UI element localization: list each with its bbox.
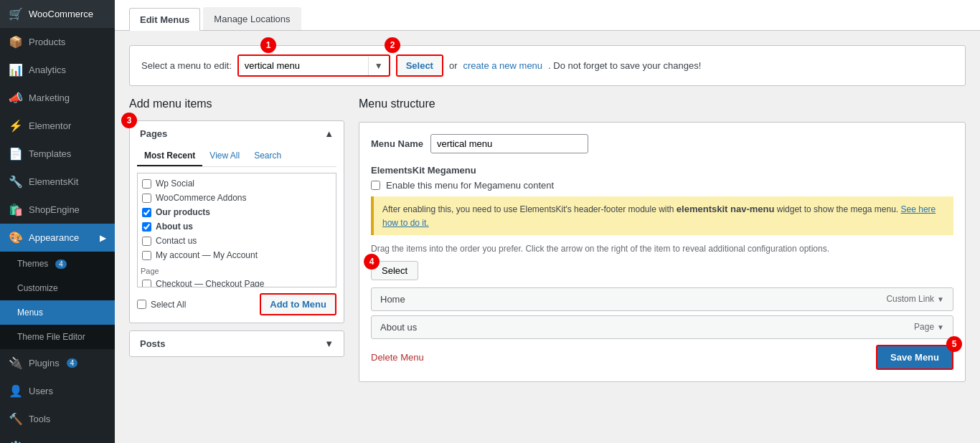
sidebar-item-products[interactable]: 📦 Products	[0, 28, 115, 56]
left-column: Add menu items 3 Pages ▲ Most Recent Vie…	[129, 97, 344, 429]
sidebar-item-label: Theme File Editor	[17, 332, 85, 342]
sidebar-item-label: Tools	[29, 414, 50, 424]
page-type-label: Page	[141, 265, 333, 277]
checkout-label[interactable]: Checkout — Checkout Page	[156, 279, 264, 287]
elementor-icon: ⚡	[9, 119, 23, 133]
megamenu-link[interactable]: See here how to do it.	[382, 204, 936, 228]
plugins-badge: 4	[67, 358, 78, 368]
menu-item-home-chevron[interactable]: ▼	[937, 295, 944, 303]
sidebar-item-plugins[interactable]: 🔌 Plugins 4	[0, 349, 115, 377]
menu-item-home-type: Custom Link ▼	[886, 294, 944, 304]
tab-edit-menus[interactable]: Edit Menus	[129, 8, 200, 31]
menu-structure-box: Menu Name ElementsKit Megamenu Enable th…	[359, 122, 966, 382]
pages-label: Pages	[140, 128, 167, 139]
menu-item-home-inner: Home Custom Link ▼	[372, 288, 953, 310]
annot-4-wrapper: 4 Select	[371, 261, 418, 280]
select-all-row: Select All Add to Menu	[137, 293, 336, 315]
wp-social-label[interactable]: Wp Social	[156, 178, 194, 189]
sidebar-item-menus[interactable]: Menus	[0, 300, 115, 325]
woo-addons-checkbox[interactable]	[142, 194, 151, 203]
megamenu-label: ElementsKit Megamenu	[371, 165, 476, 176]
contact-us-label[interactable]: Contact us	[156, 236, 197, 246]
checkout-checkbox[interactable]	[142, 280, 151, 288]
menu-select[interactable]: vertical menu	[239, 56, 368, 75]
sidebar-item-woocommerce[interactable]: 🛒 WooCommerce	[0, 0, 115, 28]
pages-accordion-header[interactable]: Pages ▲	[130, 121, 344, 146]
menu-item-home-label: Home	[380, 294, 405, 305]
our-products-label[interactable]: Our products	[156, 207, 210, 217]
sidebar-item-label: Customize	[17, 283, 58, 293]
menu-item-home: Home Custom Link ▼	[371, 287, 953, 311]
posts-accordion: Posts ▼	[129, 330, 344, 357]
sidebar-item-settings[interactable]: ⚙️ Settings	[0, 433, 115, 443]
delete-menu-link[interactable]: Delete Menu	[371, 352, 424, 363]
list-item: About us	[141, 219, 333, 234]
save-menu-wrapper: 5 Save Menu	[876, 345, 953, 370]
megamenu-enable-label[interactable]: Enable this menu for Megamenu content	[386, 180, 554, 191]
sidebar-item-analytics[interactable]: 📊 Analytics	[0, 56, 115, 84]
list-item: Checkout — Checkout Page	[141, 277, 333, 287]
select-all-checkbox[interactable]	[137, 300, 146, 309]
list-item: Wp Social	[141, 176, 333, 191]
list-item: Contact us	[141, 234, 333, 248]
select-chevron-icon: ▼	[368, 57, 389, 75]
tab-manage-locations[interactable]: Manage Locations	[203, 7, 301, 30]
users-icon: 👤	[9, 384, 23, 398]
posts-label: Posts	[140, 338, 165, 349]
our-products-checkbox[interactable]	[142, 208, 151, 217]
save-menu-button[interactable]: Save Menu	[876, 345, 953, 370]
menu-item-home-type-label: Custom Link	[886, 294, 934, 304]
menu-select-wrapper: vertical menu ▼	[237, 54, 390, 77]
woo-addons-label[interactable]: WooCommerce Addons	[156, 193, 247, 203]
tab-bar: Edit Menus Manage Locations	[115, 0, 980, 31]
menu-item-about-us-label: About us	[380, 322, 417, 333]
megamenu-enable-checkbox[interactable]	[371, 181, 380, 190]
add-to-menu-button[interactable]: Add to Menu	[261, 295, 335, 314]
sidebar-item-elementskit[interactable]: 🔧 ElementsKit	[0, 168, 115, 196]
annotation-1: 1	[260, 37, 276, 53]
my-account-label[interactable]: My account — My Account	[156, 250, 258, 260]
themes-badge: 4	[55, 259, 67, 269]
about-us-checkbox[interactable]	[142, 222, 151, 232]
sidebar-item-shopengine[interactable]: 🛍️ ShopEngine	[0, 196, 115, 224]
sidebar-item-label: Templates	[29, 148, 71, 159]
annotation-5: 5	[946, 336, 962, 352]
sidebar-item-theme-file-editor[interactable]: Theme File Editor	[0, 325, 115, 349]
posts-accordion-header[interactable]: Posts ▼	[130, 331, 344, 356]
sidebar-item-templates[interactable]: 📄 Templates	[0, 140, 115, 168]
my-account-checkbox[interactable]	[142, 251, 151, 260]
create-new-menu-link[interactable]: create a new menu	[463, 60, 543, 71]
about-us-label[interactable]: About us	[156, 222, 193, 232]
select-button[interactable]: Select	[397, 56, 442, 75]
sidebar-item-label: Analytics	[29, 65, 66, 75]
contact-us-checkbox[interactable]	[142, 237, 151, 246]
sidebar-item-customize[interactable]: Customize	[0, 276, 115, 300]
pages-list: Wp Social WooCommerce Addons Our product…	[137, 173, 336, 287]
select-all-label[interactable]: Select All	[151, 300, 186, 310]
sidebar-item-users[interactable]: 👤 Users	[0, 377, 115, 405]
sidebar-item-marketing[interactable]: 📣 Marketing	[0, 84, 115, 112]
pages-tab-search[interactable]: Search	[247, 146, 288, 166]
main-content: Edit Menus Manage Locations 1 2 Select a…	[115, 0, 980, 443]
select-btn-wrapper: Select	[396, 54, 443, 77]
shopengine-icon: 🛍️	[9, 203, 23, 216]
sidebar-item-tools[interactable]: 🔨 Tools	[0, 405, 115, 433]
sidebar-item-themes[interactable]: Themes 4	[0, 252, 115, 276]
wp-social-checkbox[interactable]	[142, 179, 151, 189]
two-column-layout: Add menu items 3 Pages ▲ Most Recent Vie…	[129, 97, 966, 429]
sidebar-item-appearance[interactable]: 🎨 Appearance ▶	[0, 224, 115, 252]
menu-name-row: Menu Name	[371, 134, 953, 153]
list-item: My account — My Account	[141, 248, 333, 262]
pages-tab-most-recent[interactable]: Most Recent	[137, 146, 202, 166]
menu-name-input[interactable]	[430, 134, 588, 153]
annotation-4: 4	[364, 254, 380, 270]
select-menu-label: Select a menu to edit:	[141, 60, 232, 71]
right-column: Menu structure Menu Name ElementsKit Meg…	[359, 97, 966, 429]
products-icon: 📦	[9, 35, 23, 49]
pages-tab-view-all[interactable]: View All	[202, 146, 247, 166]
sidebar-item-elementor[interactable]: ⚡ Elementor	[0, 112, 115, 140]
sidebar-item-label: ElementsKit	[29, 176, 78, 187]
add-menu-items-heading: Add menu items	[129, 97, 344, 110]
menu-item-about-us-chevron[interactable]: ▼	[937, 323, 944, 331]
analytics-icon: 📊	[9, 63, 23, 77]
